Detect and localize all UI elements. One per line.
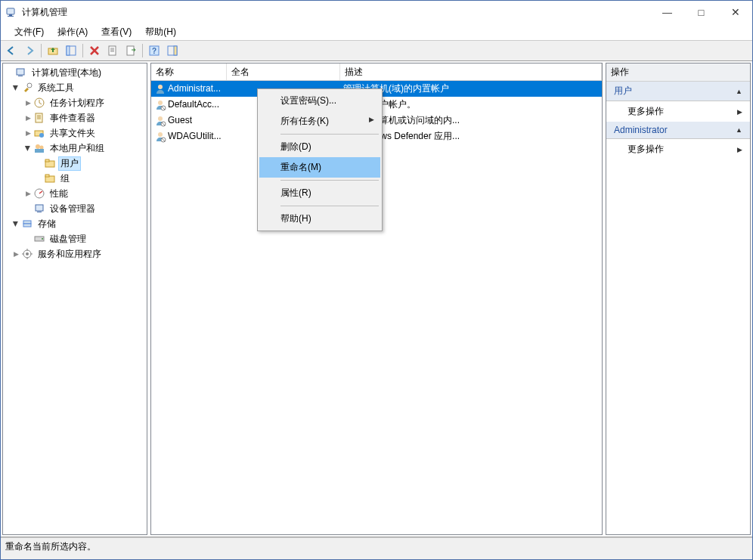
expander-icon[interactable]: ▶ [12,82,20,93]
tree-device-manager[interactable]: 设备管理器 [3,201,147,216]
tree-label: 本地用户和组 [48,141,107,156]
action-more-ops-users[interactable]: 更多操作 ▶ [606,101,750,122]
svg-point-38 [158,116,163,121]
toolbar-separator [142,44,143,57]
menu-set-password[interactable]: 设置密码(S)... [259,91,380,111]
statusbar: 重命名当前所选内容。 [1,537,752,559]
cell-name-text: Administrat... [168,83,221,94]
action-section-administrator[interactable]: Administrator ▲ [606,122,750,139]
submenu-arrow-icon: ▶ [737,146,742,153]
cell-name: WDAGUtilit... [151,131,227,143]
menu-help[interactable]: 帮助(H) [259,209,380,229]
menu-rename[interactable]: 重命名(M) [259,157,380,178]
tree-disk-management[interactable]: 磁盘管理 [3,231,147,246]
menu-help[interactable]: 帮助(H) [139,24,182,40]
user-icon [154,99,166,111]
expander-icon[interactable]: ▶ [12,218,20,229]
submenu-arrow-icon: ▶ [369,116,374,123]
tree-event-viewer[interactable]: ▶ 事件查看器 [3,110,147,125]
expander-icon[interactable]: ▶ [11,250,21,258]
svg-point-20 [40,146,44,150]
maximize-button[interactable]: □ [684,1,718,23]
expander-icon[interactable]: ▶ [23,114,33,122]
tree: ▶ 计算机管理(本地) ▶ 系统工具 ▶ [3,63,147,534]
menu-view[interactable]: 查看(V) [95,24,138,40]
window-title: 计算机管理 [22,6,650,19]
users-icon [33,142,45,154]
tree-label: 设备管理器 [48,202,98,216]
tree-root[interactable]: ▶ 计算机管理(本地) [3,65,147,80]
svg-rect-23 [45,159,49,162]
action-section-users[interactable]: 用户 ▲ [606,82,750,101]
delete-button[interactable] [85,42,104,59]
svg-point-14 [27,83,32,88]
tree-label: 存储 [36,217,58,231]
menu-properties[interactable]: 属性(R) [259,183,380,203]
menu-separator [280,134,379,135]
svg-rect-13 [18,76,23,76]
refresh-button[interactable] [104,42,122,59]
expander-icon[interactable]: ▶ [23,129,33,137]
menu-all-tasks[interactable]: 所有任务(K) ▶ [259,111,380,131]
user-icon [154,131,166,143]
svg-point-36 [158,101,163,105]
toolbar-separator [82,44,83,57]
svg-rect-6 [109,46,116,55]
toolbar-separator [41,44,42,57]
svg-rect-12 [17,69,24,75]
action-more-ops-label: 更多操作 [628,143,664,156]
expander-icon[interactable]: ▶ [23,190,33,197]
menubar: 文件(F) 操作(A) 查看(V) 帮助(H) [1,23,752,40]
performance-icon [33,187,45,200]
help-button[interactable]: ? [145,42,163,59]
tree-groups[interactable]: 组 [3,171,147,186]
export-list-button[interactable] [122,42,140,59]
menu-delete[interactable]: 删除(D) [259,137,380,157]
tree-services-apps[interactable]: ▶ 服务和应用程序 [3,246,147,261]
expander-icon[interactable]: ▶ [23,99,33,107]
svg-rect-7 [127,46,134,55]
tree-label: 服务和应用程序 [36,247,104,261]
main-window: 计算机管理 — □ ✕ 文件(F) 操作(A) 查看(V) 帮助(H) [0,0,753,560]
minimize-button[interactable]: — [650,1,684,23]
tree-label: 组 [58,172,72,186]
up-level-button[interactable] [44,42,62,59]
action-more-ops-admin[interactable]: 更多操作 ▶ [606,139,750,159]
folder-icon [44,172,56,184]
titlebar: 计算机管理 — □ ✕ [1,1,752,23]
tree-label: 性能 [48,187,70,201]
svg-point-19 [36,144,40,149]
tree-users[interactable]: 用户 [3,156,147,171]
tree-label: 用户 [58,156,81,171]
tree-task-scheduler[interactable]: ▶ 任务计划程序 [3,95,147,110]
svg-rect-21 [35,149,44,153]
tree-system-tools[interactable]: ▶ 系统工具 [3,80,147,95]
tree-local-users-groups[interactable]: ▶ 本地用户和组 [3,141,147,156]
back-button[interactable] [2,42,20,59]
user-icon [154,83,166,95]
menu-file[interactable]: 文件(F) [8,24,50,40]
menu-action[interactable]: 操作(A) [51,24,94,40]
forward-button[interactable] [20,42,39,59]
column-description[interactable]: 描述 [340,63,602,80]
list-body: Administrat... 管理计算机(域)的内置帐户 DefaultAcc.… [151,81,602,534]
action-pane-toggle-button[interactable] [163,42,181,59]
folder-icon [44,157,56,169]
expander-icon[interactable]: ▶ [24,143,32,153]
close-button[interactable]: ✕ [718,1,752,23]
column-fullname[interactable]: 全名 [227,63,340,80]
cell-name: DefaultAcc... [151,99,227,111]
submenu-arrow-icon: ▶ [737,108,742,116]
show-hide-tree-button[interactable] [62,42,80,59]
tree-shared-folders[interactable]: ▶ 共享文件夹 [3,125,147,141]
app-icon [5,6,17,18]
svg-rect-11 [174,46,177,55]
svg-rect-16 [36,113,42,122]
tree-performance[interactable]: ▶ 性能 [3,186,147,201]
expander-icon: ▶ [5,69,15,76]
event-icon [33,112,45,124]
tree-storage[interactable]: ▶ 存储 [3,216,147,231]
column-name[interactable]: 名称 [151,63,227,80]
action-more-ops-label: 更多操作 [628,105,664,118]
cell-name: Administrat... [151,83,227,95]
